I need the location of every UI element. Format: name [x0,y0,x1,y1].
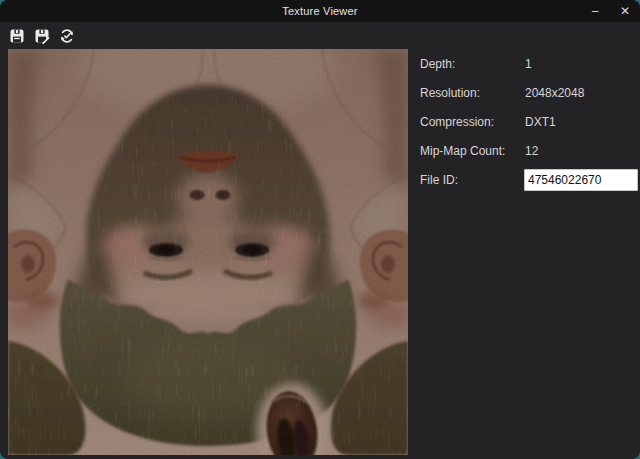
compression-value: DXT1 [525,115,556,129]
save-button[interactable] [9,28,25,44]
file-id-input[interactable] [524,169,638,191]
property-row-mipmap: Mip-Map Count: 12 [420,136,638,165]
compression-label: Compression: [420,115,525,129]
properties-panel: Depth: 1 Resolution: 2048x2048 Compressi… [420,49,638,194]
texture-viewer-window: Texture Viewer – ✕ [0,0,640,459]
floppy-disk-edit-icon [34,28,50,44]
close-button[interactable]: ✕ [618,0,632,22]
toolbar [0,22,640,49]
reload-button[interactable] [59,28,75,44]
floppy-disk-icon [9,28,25,44]
file-id-label: File ID: [420,173,524,187]
mipmap-count-label: Mip-Map Count: [420,144,525,158]
title-bar[interactable]: Texture Viewer – ✕ [0,0,640,22]
property-row-depth: Depth: 1 [420,49,638,78]
depth-label: Depth: [420,57,525,71]
save-as-button[interactable] [34,28,50,44]
depth-value: 1 [525,57,532,71]
reload-check-icon [59,28,75,44]
face-texture-image [8,49,408,455]
property-row-file-id: File ID: [420,165,638,194]
mipmap-count-value: 12 [525,144,538,158]
property-row-resolution: Resolution: 2048x2048 [420,78,638,107]
texture-preview[interactable] [8,49,408,455]
resolution-value: 2048x2048 [525,86,584,100]
window-title: Texture Viewer [282,5,357,17]
property-row-compression: Compression: DXT1 [420,107,638,136]
minimize-button[interactable]: – [588,0,602,22]
window-controls: – ✕ [588,0,632,22]
resolution-label: Resolution: [420,86,525,100]
